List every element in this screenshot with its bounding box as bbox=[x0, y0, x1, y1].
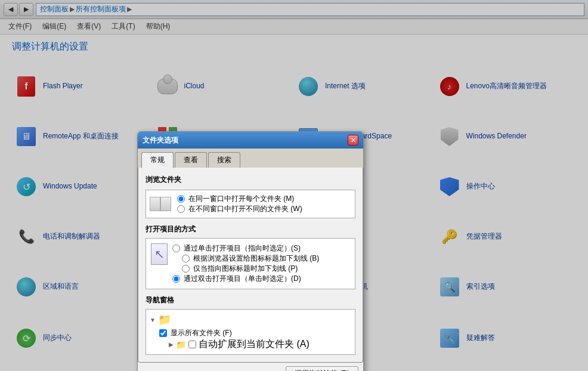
dialog-footer: 还原为默认值 (R) bbox=[138, 363, 363, 371]
open-mode-section-title: 打开项目的方式 bbox=[146, 224, 355, 234]
dialog-title: 文件夹选项 bbox=[143, 135, 178, 146]
browse-radio-same[interactable] bbox=[177, 195, 185, 203]
dialog-tabs: 常规 查看 搜索 bbox=[138, 149, 363, 168]
dialog-close-button[interactable]: ✕ bbox=[348, 135, 358, 146]
browse-option-same-window[interactable]: 在同一窗口中打开每个文件夹 (M) bbox=[177, 194, 351, 204]
dialog-tab-general[interactable]: 常规 bbox=[141, 152, 174, 168]
checkbox-auto-expand[interactable] bbox=[188, 341, 196, 348]
nav-label-show-all: 显示所有文件夹 (F) bbox=[171, 328, 232, 338]
open-double-click[interactable]: 通过双击打开项目（单击时选定）(D) bbox=[172, 274, 350, 284]
open-label-single: 通过单击打开项目（指向时选定）(S) bbox=[184, 243, 301, 253]
dialog-tab-view[interactable]: 查看 bbox=[175, 152, 207, 168]
nav-tree-root: ▼ 📁 bbox=[150, 313, 351, 326]
open-browser-underline[interactable]: 根据浏览器设置给图标标题加下划线 (B) bbox=[182, 253, 350, 264]
restore-defaults-button[interactable]: 还原为默认值 (R) bbox=[286, 366, 358, 371]
checkbox-show-all[interactable] bbox=[159, 329, 167, 337]
dialog-titlebar: 文件夹选项 ✕ bbox=[138, 132, 363, 149]
open-single-click[interactable]: 通过单击打开项目（指向时选定）(S) bbox=[172, 243, 350, 253]
tree-expand-icon[interactable]: ▼ bbox=[150, 317, 156, 323]
nav-auto-expand[interactable]: ▶ 📁 自动扩展到当前文件夹 (A) bbox=[169, 338, 351, 351]
nav-show-all-folders[interactable]: 显示所有文件夹 (F) bbox=[159, 328, 351, 338]
open-radio-hover-ul[interactable] bbox=[182, 265, 190, 273]
browse-option-diff-window[interactable]: 在不同窗口中打开不同的文件夹 (W) bbox=[177, 204, 351, 214]
browse-radio-diff[interactable] bbox=[177, 205, 185, 213]
open-label-hover-ul: 仅当指向图标标题时加下划线 (P) bbox=[193, 264, 298, 274]
open-radio-double[interactable] bbox=[172, 275, 180, 283]
browse-section-title: 浏览文件夹 bbox=[146, 175, 355, 185]
open-radio-browser-ul[interactable] bbox=[182, 255, 190, 262]
open-radio-single[interactable] bbox=[172, 245, 180, 252]
open-hover-underline[interactable]: 仅当指向图标标题时加下划线 (P) bbox=[182, 264, 350, 274]
nav-label-auto-expand: 自动扩展到当前文件夹 (A) bbox=[199, 338, 310, 351]
dialog-body: 浏览文件夹 在同一窗口中打开每个文件夹 (M) 在不同窗口中打开不同的文件夹 (… bbox=[138, 168, 363, 363]
browse-label-diff: 在不同窗口中打开不同的文件夹 (W) bbox=[188, 204, 302, 214]
open-label-browser-ul: 根据浏览器设置给图标标题加下划线 (B) bbox=[193, 253, 319, 264]
folder-options-dialog: 文件夹选项 ✕ 常规 查看 搜索 浏览文件夹 在同一窗口中打开每个文件夹 (M)… bbox=[137, 131, 364, 371]
open-label-double: 通过双击打开项目（单击时选定）(D) bbox=[184, 274, 301, 284]
browse-box: 在同一窗口中打开每个文件夹 (M) 在不同窗口中打开不同的文件夹 (W) bbox=[146, 190, 355, 218]
open-mode-box: ↖ 通过单击打开项目（指向时选定）(S) 根据浏览器设置给图标标题加下划线 (B… bbox=[146, 238, 355, 289]
nav-tree-box: ▼ 📁 显示所有文件夹 (F) ▶ 📁 自动扩展到当前文件夹 (A) bbox=[146, 309, 355, 355]
browse-label-same: 在同一窗口中打开每个文件夹 (M) bbox=[188, 194, 294, 204]
nav-section-title: 导航窗格 bbox=[146, 295, 355, 305]
dialog-tab-search[interactable]: 搜索 bbox=[208, 152, 240, 168]
